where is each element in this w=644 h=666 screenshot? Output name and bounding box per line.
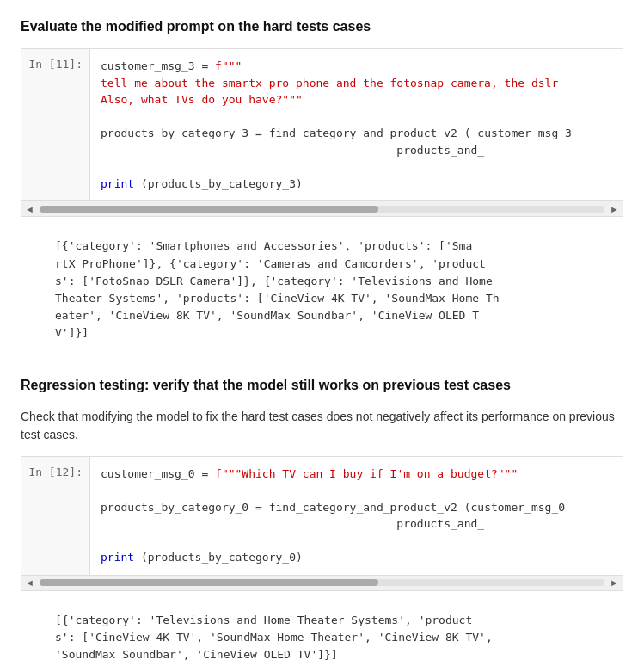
- paren-open: (: [464, 126, 471, 139]
- output-line: eater', 'CineView 8K TV', 'SoundMax Soun…: [55, 307, 610, 324]
- code-cell-inner-12: In [12]: customer_msg_0 = f"""Which TV c…: [21, 457, 623, 575]
- section2-heading: Regression testing: verify that the mode…: [21, 376, 623, 395]
- code-line-blank: [101, 108, 612, 126]
- section1-heading: Evaluate the modified prompt on the hard…: [21, 17, 623, 36]
- code-cell-12: In [12]: customer_msg_0 = f"""Which TV c…: [21, 456, 623, 591]
- fstr-line2: Also, what TVs do you have?""": [101, 93, 303, 106]
- var-customer-msg-3: customer_msg_3: [101, 59, 195, 72]
- output-line: Theater Systems', 'products': ['CineView…: [55, 290, 610, 307]
- eq-1: =: [201, 59, 215, 72]
- code-line: products_by_category_3 = find_category_a…: [101, 125, 612, 142]
- code-line: customer_msg_3 = f""": [101, 58, 612, 75]
- scroll-left-icon-2[interactable]: ◄: [25, 577, 34, 588]
- code-cell-11: In [11]: customer_msg_3 = f""" tell me a…: [21, 48, 623, 217]
- section-evaluate: Evaluate the modified prompt on the hard…: [21, 17, 623, 350]
- eq-4: =: [255, 501, 269, 514]
- print-arg2: (products_by_category_0): [141, 551, 303, 564]
- var-arg1: customer_msg_3: [477, 126, 572, 139]
- fn-find: find_category_and_product_v2: [269, 126, 457, 139]
- code-content-12: customer_msg_0 = f"""Which TV can I buy …: [90, 457, 623, 575]
- code-line: products_and_: [101, 142, 612, 159]
- scrollbar-track-11: [40, 206, 604, 213]
- output-line: V']}]: [55, 324, 610, 342]
- cell-label-11: In [11]:: [21, 49, 90, 200]
- output-line-1: [{'category': 'Televisions and Home Thea…: [55, 612, 610, 629]
- eq-2: =: [255, 126, 269, 139]
- var-customer-msg-0: customer_msg_0: [101, 467, 195, 480]
- output-line: rtX ProPhone']}, {'category': 'Cameras a…: [55, 256, 610, 273]
- var-products-and2: products_and_: [101, 517, 484, 530]
- code-line: Also, what TVs do you have?""": [101, 91, 612, 108]
- kw-print: print: [101, 177, 134, 190]
- code-line: products_by_category_0 = find_category_a…: [101, 499, 612, 516]
- var-products-cat-0: products_by_category_0: [101, 501, 248, 514]
- section2-description: Check that modifying the model to fix th…: [21, 408, 623, 444]
- cell-label-12: In [12]:: [21, 457, 90, 575]
- code-line-blank4: [101, 533, 612, 550]
- page-container: Evaluate the modified prompt on the hard…: [21, 17, 623, 666]
- section-regression: Regression testing: verify that the mode…: [21, 376, 623, 666]
- var-products-and: products_and_: [101, 144, 484, 157]
- code-line: products_and_: [101, 515, 612, 533]
- code-line: print (products_by_category_3): [101, 176, 612, 193]
- output-line: [{'category': 'Smartphones and Accessori…: [55, 237, 610, 255]
- output-12: [{'category': 'Televisions and Home Thea…: [21, 603, 623, 666]
- scrollbar-thumb-11: [40, 206, 378, 213]
- fstr-line1: tell me about the smartx pro phone and t…: [101, 77, 558, 89]
- print-arg: (products_by_category_3): [141, 177, 303, 190]
- code-line-blank3: [101, 482, 612, 499]
- scrollbar-11[interactable]: ◄ ►: [21, 200, 623, 216]
- code-line: customer_msg_0 = f"""Which TV can I buy …: [101, 466, 612, 483]
- code-content-11: customer_msg_3 = f""" tell me about the …: [90, 49, 623, 200]
- scroll-right-icon-2[interactable]: ►: [610, 577, 619, 588]
- scrollbar-thumb-12: [40, 579, 378, 586]
- scroll-left-icon[interactable]: ◄: [25, 204, 34, 214]
- code-line: print (products_by_category_0): [101, 549, 612, 566]
- scrollbar-12[interactable]: ◄ ►: [21, 575, 623, 590]
- code-line-blank2: [101, 158, 612, 176]
- fstr-open: f""": [215, 59, 242, 72]
- scroll-right-icon[interactable]: ►: [610, 204, 619, 214]
- fn-find2: find_category_and_product_v2: [269, 501, 457, 514]
- var-products-cat-3: products_by_category_3: [101, 126, 248, 139]
- eq-3: =: [201, 467, 215, 480]
- output-11: [{'category': 'Smartphones and Accessori…: [21, 229, 623, 350]
- code-line: tell me about the smartx pro phone and t…: [101, 75, 612, 92]
- output-line: s': ['FotoSnap DSLR Camera']}, {'categor…: [55, 273, 610, 290]
- fstr-budget: f"""Which TV can I buy if I'm on a budge…: [215, 467, 518, 480]
- kw-print2: print: [101, 551, 134, 564]
- var-arg2: (customer_msg_0: [464, 501, 565, 514]
- code-cell-inner: In [11]: customer_msg_3 = f""" tell me a…: [21, 49, 623, 200]
- output-line-3: 'SoundMax Soundbar', 'CineView OLED TV']…: [55, 646, 610, 663]
- scrollbar-track-12: [40, 579, 604, 586]
- output-line-2: s': ['CineView 4K TV', 'SoundMax Home Th…: [55, 629, 610, 646]
